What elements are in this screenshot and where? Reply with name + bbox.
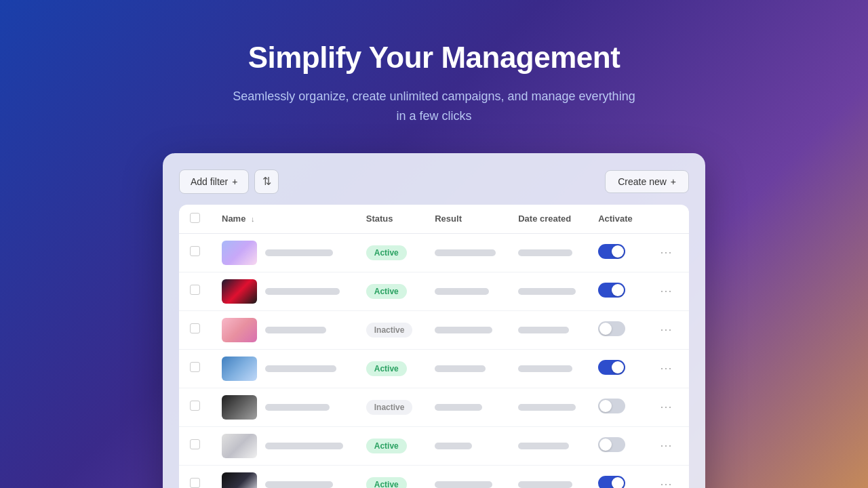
campaign-thumbnail [222, 241, 257, 265]
td-actions: ··· [644, 465, 689, 488]
td-name [211, 272, 355, 310]
toggle-thumb [612, 284, 624, 296]
status-badge: Inactive [366, 400, 413, 415]
row-checkbox[interactable] [190, 439, 200, 449]
sort-button[interactable]: ⇅ [254, 169, 279, 194]
activate-toggle[interactable] [598, 360, 625, 375]
td-status: Inactive [355, 388, 425, 426]
create-new-button[interactable]: Create new + [605, 170, 689, 193]
table-row: Active ··· [179, 465, 689, 488]
result-bar [435, 327, 492, 333]
td-date-created [507, 465, 587, 488]
activate-toggle[interactable] [598, 437, 625, 452]
toggle-track [598, 283, 625, 298]
th-activate-label: Activate [598, 214, 633, 224]
td-name [211, 465, 355, 488]
activate-toggle[interactable] [598, 399, 625, 413]
td-checkbox [179, 310, 211, 349]
result-bar [435, 443, 472, 449]
td-actions: ··· [644, 388, 689, 426]
table-header-row: Name ↓ Status Result Date created Activa… [179, 205, 689, 234]
result-bar [435, 365, 486, 372]
activate-toggle[interactable] [598, 321, 625, 336]
td-result [424, 349, 507, 388]
td-result [424, 233, 507, 272]
td-actions: ··· [644, 426, 689, 465]
main-card: Add filter + ⇅ Create new + N [163, 153, 705, 488]
toolbar-left: Add filter + ⇅ [179, 169, 279, 194]
toggle-thumb [599, 400, 612, 412]
status-badge: Active [366, 477, 407, 488]
campaign-thumbnail [222, 434, 257, 458]
more-actions-button[interactable]: ··· [654, 436, 677, 455]
td-checkbox [179, 426, 211, 465]
td-checkbox [179, 233, 211, 272]
more-actions-button[interactable]: ··· [654, 243, 677, 262]
create-new-plus-icon: + [671, 176, 676, 187]
add-filter-button[interactable]: Add filter + [179, 169, 249, 194]
status-badge: Active [366, 284, 407, 299]
toggle-track [598, 476, 625, 488]
td-checkbox [179, 349, 211, 388]
row-checkbox[interactable] [190, 362, 200, 372]
td-date-created [507, 272, 587, 310]
row-checkbox[interactable] [190, 323, 200, 333]
toggle-track [598, 360, 625, 375]
more-actions-button[interactable]: ··· [654, 359, 677, 378]
table-row: Inactive ··· [179, 388, 689, 426]
th-checkbox [179, 205, 211, 234]
create-new-label: Create new [618, 176, 667, 187]
th-name[interactable]: Name ↓ [211, 205, 355, 234]
toggle-track [598, 244, 625, 259]
th-result-label: Result [435, 214, 462, 224]
select-all-checkbox[interactable] [190, 213, 200, 223]
td-actions: ··· [644, 349, 689, 388]
date-bar [518, 443, 569, 449]
campaign-thumbnail [222, 395, 257, 420]
date-bar [518, 481, 572, 488]
more-actions-button[interactable]: ··· [654, 320, 677, 339]
campaign-thumbnail [222, 357, 257, 381]
row-checkbox[interactable] [190, 285, 200, 295]
table-row: Active ··· [179, 233, 689, 272]
row-checkbox[interactable] [190, 246, 200, 256]
campaigns-table: Name ↓ Status Result Date created Activa… [179, 205, 689, 488]
td-actions: ··· [644, 272, 689, 310]
activate-toggle[interactable] [598, 476, 625, 488]
td-activate [587, 349, 644, 388]
result-bar [435, 249, 496, 256]
campaign-thumbnail [222, 279, 257, 304]
row-checkbox[interactable] [190, 401, 200, 411]
th-result: Result [424, 205, 507, 234]
toggle-thumb [612, 361, 624, 373]
date-bar [518, 365, 572, 372]
td-activate [587, 465, 644, 488]
campaign-name-bar [265, 365, 336, 372]
hero-subtitle: Seamlessly organize, create unlimited ca… [231, 87, 637, 126]
campaign-name-bar [265, 443, 343, 449]
table-row: Inactive ··· [179, 310, 689, 349]
th-status: Status [355, 205, 425, 234]
table-row: Active ··· [179, 426, 689, 465]
td-activate [587, 272, 644, 310]
td-date-created [507, 310, 587, 349]
more-actions-button[interactable]: ··· [654, 281, 677, 300]
th-actions [644, 205, 689, 234]
row-checkbox[interactable] [190, 478, 200, 488]
th-date-created: Date created [507, 205, 587, 234]
campaign-name-bar [265, 288, 340, 295]
sort-icon: ⇅ [262, 175, 271, 188]
activate-toggle[interactable] [598, 283, 625, 298]
status-badge: Active [366, 361, 407, 376]
th-activate: Activate [587, 205, 644, 234]
more-actions-button[interactable]: ··· [654, 474, 677, 488]
td-status: Active [355, 272, 425, 310]
td-activate [587, 310, 644, 349]
td-date-created [507, 388, 587, 426]
activate-toggle[interactable] [598, 244, 625, 259]
td-status: Active [355, 465, 425, 488]
name-sort-icon: ↓ [251, 215, 255, 223]
td-name [211, 426, 355, 465]
td-result [424, 272, 507, 310]
more-actions-button[interactable]: ··· [654, 397, 677, 416]
